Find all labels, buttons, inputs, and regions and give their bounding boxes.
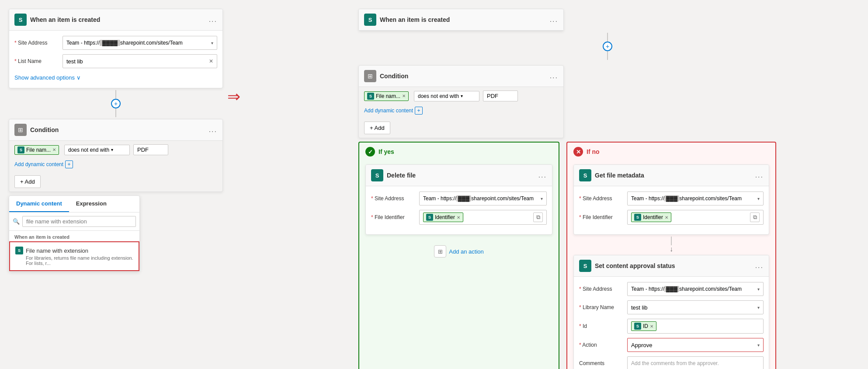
delete-file-id-input[interactable]: S Identifier ✕ ⧉ [419, 210, 547, 225]
approval-site-input[interactable]: Team - https://▓▓▓sharepoint.com/sites/T… [627, 282, 764, 296]
identifier-chip-icon-no: S [634, 214, 641, 221]
list-name-value: test lib [66, 58, 83, 65]
set-approval-card: S Set content approval status ... Site A… [573, 255, 769, 369]
left-trigger-more[interactable]: ... [209, 16, 217, 24]
right-add-button[interactable]: + Add [364, 122, 390, 134]
identifier-chip-yes[interactable]: S Identifier ✕ [423, 212, 463, 222]
approval-action-row: Action Approve ▾ [579, 338, 764, 352]
right-condition-more[interactable]: ... [550, 72, 558, 80]
approval-site-label: Site Address [579, 286, 627, 292]
get-metadata-more[interactable]: ... [755, 171, 764, 179]
dynamic-item-title: File name with extension [26, 247, 88, 254]
connector-line-2 [115, 108, 116, 117]
meta-file-id-row: File Identifier S Identifier ✕ [579, 210, 764, 225]
meta-site-arrow[interactable]: ▾ [757, 196, 760, 201]
approval-site-row: Site Address Team - https://▓▓▓sharepoin… [579, 282, 764, 296]
right-trigger-more[interactable]: ... [550, 16, 558, 24]
no-connector: ↓ [573, 235, 769, 255]
add-step-btn-1[interactable]: + [111, 99, 121, 108]
left-condition-more[interactable]: ... [209, 126, 217, 134]
delete-file-id-label: File Identifier [371, 214, 419, 220]
add-dynamic-btn-right[interactable]: + [415, 107, 423, 115]
operator-arrow-right: ▾ [461, 94, 463, 98]
if-no-branch: ✕ If no S Get file metadata ... [566, 142, 776, 369]
if-no-header: ✕ If no [567, 143, 775, 161]
approval-action-arrow[interactable]: ▾ [757, 343, 760, 348]
copy-btn-yes[interactable]: ⧉ [533, 212, 543, 222]
if-no-content: S Get file metadata ... Site Address Tea… [567, 161, 775, 369]
right-panel: S When an item is created ... + ⊞ Condit… [358, 9, 857, 369]
list-name-input[interactable]: test lib ✕ [62, 54, 217, 68]
approval-comments-input[interactable]: Add the comments from the approver. [627, 356, 764, 369]
dynamic-item-icon: S [15, 247, 23, 254]
add-action-container-yes: ⊞ Add an action [365, 242, 552, 261]
advanced-options-link[interactable]: Show advanced options ∨ [14, 73, 217, 83]
chip-close-right[interactable]: ✕ [402, 94, 406, 98]
tab-dynamic-content[interactable]: Dynamic content [9, 196, 69, 212]
dynamic-panel-container: Dynamic content Expression 🔍 When an ite… [9, 195, 223, 272]
site-address-value: Team - https://▓▓▓▓sharepoint.com/sites/… [66, 40, 183, 46]
delete-file-body: Site Address Team - https://▓▓▓sharepoin… [366, 186, 552, 234]
identifier-chip-close-yes[interactable]: ✕ [457, 215, 460, 220]
dynamic-tabs: Dynamic content Expression [9, 196, 139, 212]
condition-value-right[interactable]: PDF [483, 91, 518, 101]
approval-action-input[interactable]: Approve ▾ [627, 338, 764, 352]
operator-arrow-left: ▾ [111, 147, 113, 152]
add-dynamic-left[interactable]: Add dynamic content + [9, 159, 222, 172]
delete-file-card: S Delete file ... Site Address Team - ht… [365, 164, 552, 235]
approval-id-row: Id S ID ✕ [579, 319, 764, 334]
add-action-yes[interactable]: ⊞ Add an action [434, 242, 484, 261]
set-approval-body: Site Address Team - https://▓▓▓sharepoin… [574, 277, 769, 369]
get-metadata-card: S Get file metadata ... Site Address Tea… [573, 164, 769, 235]
chip-close-left[interactable]: ✕ [52, 147, 56, 152]
delete-site-input[interactable]: Team - https://▓▓▓sharepoint.com/sites/T… [419, 191, 547, 205]
meta-site-row: Site Address Team - https://▓▓▓sharepoin… [579, 191, 764, 205]
right-connector-1: + [358, 31, 857, 62]
file-name-chip-left[interactable]: S File nam... ✕ [14, 145, 59, 155]
add-dynamic-btn-left[interactable]: + [65, 160, 73, 168]
right-line-1 [607, 33, 608, 42]
get-metadata-title: Get file metadata [595, 172, 755, 179]
delete-site-row: Site Address Team - https://▓▓▓sharepoin… [371, 191, 547, 205]
delete-site-label: Site Address [371, 195, 419, 202]
add-dynamic-right[interactable]: Add dynamic content + [359, 105, 563, 118]
yes-check-icon: ✓ [365, 147, 375, 157]
file-name-extension-item[interactable]: S File name with extension For libraries… [9, 241, 139, 271]
site-address-arrow[interactable]: ▾ [211, 41, 213, 45]
identifier-chip-no[interactable]: S Identifier ✕ [631, 212, 671, 222]
condition-operator-left[interactable]: does not end with ▾ [64, 145, 130, 155]
right-trigger-icon: S [364, 14, 376, 26]
id-chip[interactable]: S ID ✕ [631, 321, 656, 331]
condition-operator-right[interactable]: does not end with ▾ [414, 91, 479, 101]
tab-expression[interactable]: Expression [69, 196, 114, 212]
id-chip-close[interactable]: ✕ [650, 324, 653, 329]
set-approval-more[interactable]: ... [755, 262, 764, 270]
meta-file-id-input[interactable]: S Identifier ✕ ⧉ [627, 210, 764, 225]
approval-id-input[interactable]: S ID ✕ [627, 319, 764, 334]
chevron-down-icon: ∨ [76, 74, 81, 81]
approval-library-label: Library Name [579, 304, 627, 310]
approval-library-arrow[interactable]: ▾ [757, 305, 760, 310]
left-add-button[interactable]: + Add [14, 175, 41, 188]
copy-btn-no[interactable]: ⧉ [750, 212, 760, 222]
dynamic-search-area: 🔍 [9, 212, 139, 231]
site-address-input[interactable]: Team - https://▓▓▓▓sharepoint.com/sites/… [62, 36, 217, 50]
dynamic-search-input[interactable] [22, 216, 136, 227]
left-condition-title: Condition [30, 126, 209, 133]
identifier-chip-close-no[interactable]: ✕ [665, 215, 668, 220]
approval-library-row: Library Name test lib ▾ [579, 300, 764, 314]
approval-site-arrow[interactable]: ▾ [757, 287, 760, 292]
left-condition-card: ⊞ Condition ... S File nam... ✕ does not… [9, 119, 223, 192]
set-approval-icon: S [579, 260, 591, 272]
right-add-step-btn[interactable]: + [603, 42, 612, 51]
delete-file-more[interactable]: ... [538, 171, 547, 179]
list-name-clear[interactable]: ✕ [209, 58, 213, 64]
connector-line-1 [115, 90, 116, 99]
delete-site-arrow[interactable]: ▾ [541, 196, 543, 201]
no-cross-icon: ✕ [573, 147, 583, 157]
approval-library-input[interactable]: test lib ▾ [627, 300, 764, 314]
condition-value-left[interactable]: PDF [133, 144, 168, 155]
meta-site-input[interactable]: Team - https://▓▓▓sharepoint.com/sites/T… [627, 191, 764, 205]
chip-icon-right: S [367, 93, 374, 100]
file-name-chip-right[interactable]: S File nam... ✕ [364, 91, 409, 101]
